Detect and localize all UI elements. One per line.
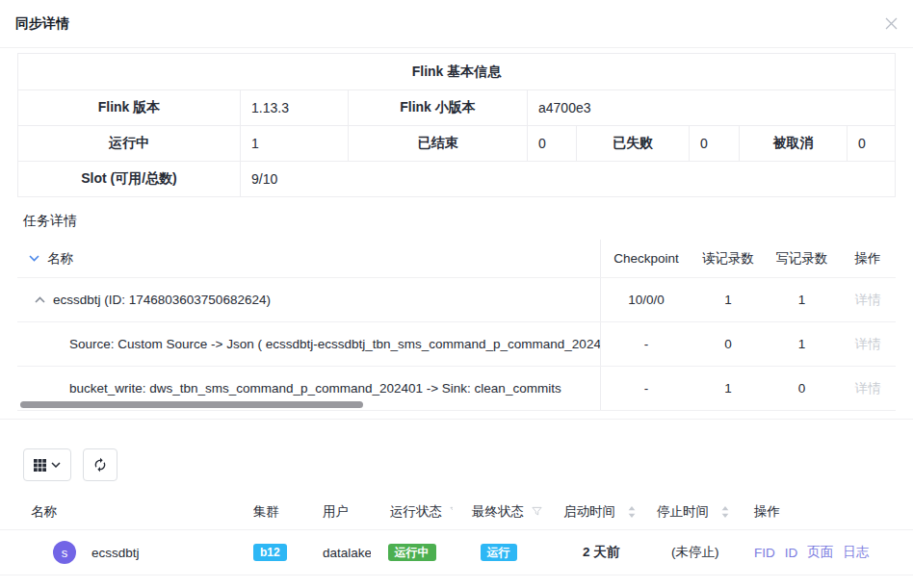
final-status-badge: 运行 (481, 544, 517, 561)
task-table: 名称 Checkpoint 读记录数 写记录数 操作 ecssdbtj (ID:… (17, 240, 896, 411)
job-col-stop-time[interactable]: 停止时间 (638, 503, 735, 521)
chevron-down-icon[interactable] (29, 255, 39, 262)
sort-icon[interactable] (721, 506, 729, 518)
job-user: datalake (303, 546, 371, 560)
job-col-user: 用户 (303, 503, 371, 521)
refresh-button[interactable] (83, 448, 117, 481)
canceled-label: 被取消 (739, 126, 847, 161)
job-col-start-time[interactable]: 启动时间 (544, 503, 638, 521)
job-table: 名称 集群 用户 运行状态 最终状态 启动时间 (0, 494, 913, 575)
fid-link[interactable]: FID (754, 546, 775, 560)
failed-label: 已失败 (576, 126, 689, 161)
flink-minor-version-label: Flink 小版本 (348, 90, 527, 125)
detail-link[interactable]: 详情 (839, 336, 897, 353)
column-settings-button[interactable] (23, 448, 71, 481)
slot-row: Slot (可用/总数) 9/10 (18, 161, 895, 196)
flink-version-value: 1.13.3 (240, 90, 348, 125)
cluster-badge: b12 (253, 544, 287, 561)
job-col-final-status: 最终状态 (453, 503, 544, 521)
task-col-checkpoint: Checkpoint (601, 251, 691, 266)
task-write-count: 1 (765, 337, 839, 351)
flink-info-table: Flink 基本信息 Flink 版本 1.13.3 Flink 小版本 a47… (17, 53, 896, 197)
flink-info-title-row: Flink 基本信息 (18, 54, 895, 89)
toolbar (23, 448, 913, 481)
filter-icon[interactable] (532, 506, 542, 517)
chevron-up-icon[interactable] (35, 296, 45, 303)
page-title: 同步详情 (15, 15, 69, 33)
finished-label: 已结束 (348, 126, 527, 161)
grid-columns-icon (34, 459, 46, 472)
task-name-header-cell: 名称 (17, 240, 600, 277)
task-col-read-records: 读记录数 (691, 250, 765, 268)
flink-version-row: Flink 版本 1.13.3 Flink 小版本 a4700e3 (18, 89, 895, 125)
task-checkpoint: - (601, 337, 691, 351)
canceled-value: 0 (847, 126, 895, 161)
task-read-count: 1 (691, 293, 765, 307)
log-link[interactable]: 日志 (843, 544, 869, 561)
task-write-count: 1 (765, 293, 839, 307)
avatar: s (53, 541, 76, 564)
finished-value: 0 (527, 126, 576, 161)
task-write-count: 0 (765, 381, 839, 396)
flink-minor-version-value: a4700e3 (527, 90, 895, 125)
task-read-count: 0 (691, 337, 765, 351)
chevron-down-icon (51, 462, 61, 468)
task-col-write-records: 写记录数 (765, 250, 839, 268)
task-name: Source: Custom Source -> Json ( ecssdbtj… (69, 337, 600, 351)
close-icon[interactable] (885, 17, 898, 30)
job-table-header: 名称 集群 用户 运行状态 最终状态 启动时间 (0, 494, 913, 530)
job-col-action: 操作 (735, 503, 913, 521)
job-stop-time: (未停止) (638, 544, 735, 561)
horizontal-scrollbar[interactable] (20, 401, 363, 408)
refresh-icon (92, 457, 108, 473)
job-col-run-status: 运行状态 (371, 503, 453, 521)
sort-icon[interactable] (628, 506, 636, 518)
id-link[interactable]: ID (785, 546, 798, 560)
run-status-badge: 运行中 (388, 544, 436, 561)
table-row: s ecssdbtj b12 datalake 运行中 运行 2 天前 (未停止… (0, 530, 913, 575)
task-checkpoint: - (601, 381, 691, 396)
running-label: 运行中 (18, 126, 240, 161)
slot-value: 9/10 (240, 162, 895, 196)
detail-link[interactable]: 详情 (839, 292, 897, 309)
failed-value: 0 (689, 126, 739, 161)
task-read-count: 1 (691, 381, 765, 396)
flink-status-row: 运行中 1 已结束 0 已失败 0 被取消 0 (18, 125, 895, 161)
task-col-action: 操作 (839, 250, 897, 268)
task-table-header: 名称 Checkpoint 读记录数 写记录数 操作 (17, 240, 896, 278)
task-section-title: 任务详情 (23, 213, 913, 230)
table-row: Source: Custom Source -> Json ( ecssdbtj… (17, 322, 896, 367)
section-divider (0, 419, 913, 420)
task-name: bucket_write: dws_tbn_sms_command_p_comm… (69, 381, 561, 396)
running-value: 1 (240, 126, 348, 161)
modal-header: 同步详情 (0, 0, 913, 48)
slot-label: Slot (可用/总数) (18, 162, 240, 196)
flink-info-title: Flink 基本信息 (18, 54, 895, 89)
task-fixed-header: Checkpoint 读记录数 写记录数 操作 (600, 240, 897, 277)
flink-version-label: Flink 版本 (18, 90, 240, 125)
job-start-time: 2 天前 (544, 544, 638, 561)
detail-link[interactable]: 详情 (839, 380, 897, 397)
task-name: ecssdbtj (ID: 1746803603750682624) (53, 293, 271, 307)
job-col-cluster: 集群 (234, 503, 303, 521)
job-col-name: 名称 (0, 503, 234, 521)
task-checkpoint: 10/0/0 (601, 293, 691, 307)
table-row: ecssdbtj (ID: 1746803603750682624) 10/0/… (17, 278, 896, 322)
job-name: ecssdbtj (91, 546, 140, 560)
page-link[interactable]: 页面 (807, 544, 833, 561)
task-col-name: 名称 (47, 250, 73, 268)
